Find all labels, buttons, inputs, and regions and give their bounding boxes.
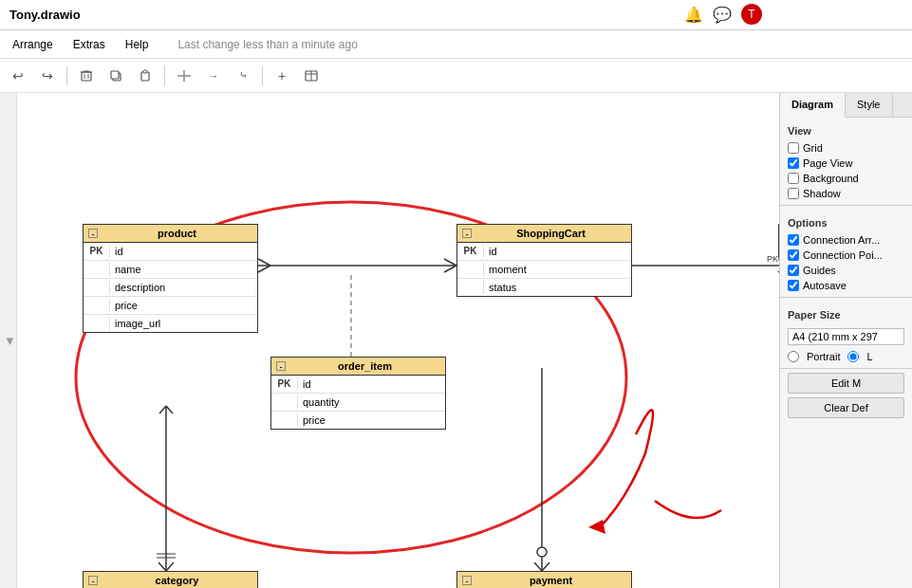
- panel-tabs: Diagram Style: [780, 93, 912, 118]
- product-row-name: name: [84, 261, 257, 279]
- toolbar-separator-3: [262, 66, 263, 85]
- collapse-category[interactable]: -: [88, 576, 98, 585]
- collapse-shoppingcart[interactable]: -: [462, 229, 472, 238]
- svg-marker-35: [588, 520, 605, 534]
- tab-diagram[interactable]: Diagram: [780, 93, 846, 118]
- connection-arrows-checkbox[interactable]: [788, 234, 799, 246]
- portrait-label: Portrait: [807, 351, 840, 362]
- product-title: product: [102, 228, 252, 239]
- table-shoppingcart[interactable]: - ShoppingCart PK id moment status: [456, 224, 632, 297]
- guides-label: Guides: [803, 265, 836, 276]
- svg-rect-0: [82, 72, 91, 81]
- diagram-overlay: PK: [0, 93, 779, 588]
- category-header[interactable]: - category: [84, 572, 257, 588]
- table-button[interactable]: [298, 64, 325, 88]
- orientation-row: Portrait L: [780, 349, 912, 364]
- arrow-style-button[interactable]: →: [200, 64, 227, 88]
- option-autosave-row: Autosave: [780, 278, 912, 293]
- category-title: category: [102, 575, 252, 586]
- payment-header[interactable]: - payment: [457, 572, 631, 588]
- product-header[interactable]: - product: [84, 225, 257, 243]
- product-row-id: PK id: [84, 243, 257, 261]
- view-background-row: Background: [780, 171, 912, 186]
- menu-help[interactable]: Help: [118, 35, 157, 54]
- menu-extras[interactable]: Extras: [65, 35, 113, 54]
- waypoint-button[interactable]: ⤷: [230, 64, 256, 88]
- svg-line-26: [166, 562, 174, 571]
- table-product[interactable]: - product PK id name description price: [83, 224, 258, 333]
- product-pk-id: PK: [84, 245, 110, 258]
- clear-def-button[interactable]: Clear Def: [788, 397, 904, 418]
- portrait-radio[interactable]: [788, 351, 799, 362]
- orderitem-row-quantity: quantity: [271, 394, 445, 412]
- view-grid-row: Grid: [780, 140, 912, 156]
- menu-arrange[interactable]: Arrange: [5, 35, 61, 54]
- chat-icon[interactable]: 💬: [713, 6, 732, 24]
- table-category[interactable]: - category PK id name: [83, 571, 258, 588]
- pageview-label: Page View: [803, 157, 852, 169]
- landscape-radio[interactable]: [847, 351, 859, 362]
- toolbar-separator-2: [164, 66, 165, 85]
- shoppingcart-title: ShoppingCart: [475, 228, 626, 239]
- collapse-orderitem[interactable]: -: [276, 361, 286, 371]
- delete-button[interactable]: [73, 64, 100, 88]
- background-label: Background: [803, 173, 859, 184]
- menubar: Arrange Extras Help Last change less tha…: [0, 30, 912, 59]
- tab-style[interactable]: Style: [846, 93, 892, 117]
- shadow-checkbox[interactable]: [788, 188, 799, 199]
- table-orderitem[interactable]: - order_item PK id quantity price: [270, 357, 446, 430]
- svg-line-21: [778, 259, 779, 266]
- notification-icon[interactable]: 🔔: [684, 6, 703, 24]
- shoppingcart-header[interactable]: - ShoppingCart: [457, 225, 631, 243]
- svg-line-16: [444, 266, 456, 272]
- product-row-price: price: [84, 297, 257, 315]
- option-guides-row: Guides: [780, 263, 912, 278]
- svg-line-25: [158, 562, 166, 571]
- product-row-desc: description: [84, 279, 257, 297]
- last-change: Last change less than a minute ago: [170, 35, 364, 54]
- connection-points-label: Connection Poi...: [803, 249, 883, 261]
- canvas[interactable]: ◀ PK: [0, 93, 779, 588]
- svg-rect-5: [111, 71, 119, 79]
- titlebar: Tony.drawio: [0, 0, 912, 30]
- divider-1: [780, 205, 912, 206]
- user-icon[interactable]: T: [741, 4, 762, 25]
- undo-button[interactable]: ↩: [5, 64, 31, 88]
- svg-line-34: [542, 562, 549, 571]
- payment-title: payment: [475, 575, 626, 586]
- table-payment[interactable]: - payment PK id moment: [456, 571, 632, 588]
- pageview-checkbox[interactable]: [788, 157, 799, 169]
- divider-2: [780, 297, 912, 298]
- shoppingcart-row-moment: moment: [457, 261, 631, 279]
- svg-text:PK: PK: [767, 254, 778, 264]
- format-button[interactable]: [171, 64, 197, 88]
- grid-label: Grid: [803, 142, 823, 154]
- background-checkbox[interactable]: [788, 173, 799, 184]
- grid-checkbox[interactable]: [788, 142, 799, 154]
- redo-button[interactable]: ↪: [34, 64, 61, 88]
- edit-button[interactable]: Edit M: [788, 373, 904, 394]
- copy-button[interactable]: [102, 64, 129, 88]
- paper-size-select[interactable]: A4 (210 mm x 297: [788, 328, 904, 345]
- collapse-payment[interactable]: -: [462, 576, 472, 585]
- svg-rect-7: [143, 70, 147, 73]
- orderitem-header[interactable]: - order_item: [271, 358, 445, 376]
- view-pageview-row: Page View: [780, 156, 912, 171]
- paper-section-title: Paper Size: [780, 302, 912, 324]
- guides-checkbox[interactable]: [788, 265, 799, 276]
- table-partial-right[interactable]: - PK: [778, 224, 779, 258]
- svg-line-30: [166, 406, 173, 413]
- insert-button[interactable]: +: [269, 64, 295, 88]
- toolbar-separator-1: [66, 66, 67, 85]
- divider-3: [780, 368, 912, 369]
- option-connpoi-row: Connection Poi...: [780, 248, 912, 263]
- svg-line-22: [778, 266, 779, 272]
- svg-line-29: [159, 406, 166, 413]
- svg-line-14: [258, 266, 270, 272]
- connection-points-checkbox[interactable]: [788, 249, 799, 261]
- collapse-product[interactable]: -: [88, 229, 98, 238]
- option-connarr-row: Connection Arr...: [780, 232, 912, 248]
- autosave-checkbox[interactable]: [788, 280, 799, 291]
- paste-button[interactable]: [132, 64, 158, 88]
- toolbar: ↩ ↪ → ⤷ +: [0, 59, 912, 93]
